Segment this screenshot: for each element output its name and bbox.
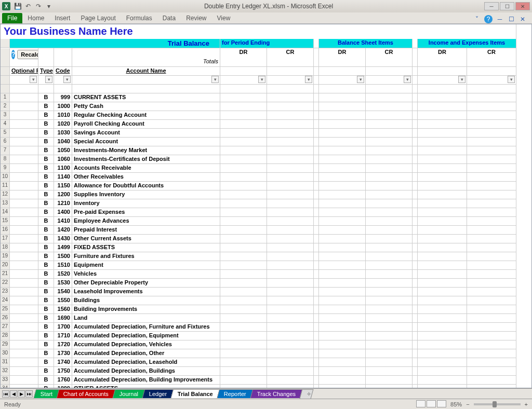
cell-value[interactable]: [467, 155, 516, 164]
cell-value[interactable]: [267, 261, 314, 270]
cell-value[interactable]: [319, 296, 366, 305]
cell-optional-ref[interactable]: [10, 190, 38, 199]
cell-type[interactable]: B: [38, 288, 54, 296]
help-bubble-icon[interactable]: ?: [11, 50, 15, 59]
cell-code[interactable]: 1400: [54, 208, 72, 217]
cell-value[interactable]: [413, 235, 418, 243]
cell-value[interactable]: [314, 93, 319, 102]
cell-optional-ref[interactable]: [10, 376, 38, 385]
cell-type[interactable]: B: [38, 279, 54, 288]
cell-value[interactable]: [314, 358, 319, 367]
cell-value[interactable]: [467, 314, 516, 323]
close-button[interactable]: ✕: [515, 2, 530, 10]
cell-optional-ref[interactable]: [10, 340, 38, 349]
cell-value[interactable]: [267, 279, 314, 288]
cell-type[interactable]: B: [38, 261, 54, 270]
cell-value[interactable]: [413, 111, 418, 120]
cell-value[interactable]: [418, 217, 467, 226]
cell-account-name[interactable]: Accumulated Depreciation, Leasehold: [72, 358, 220, 367]
cell-code[interactable]: 1140: [54, 173, 72, 182]
sheet-tab-trial-balance[interactable]: Trial Balance: [171, 389, 220, 398]
cell-account-name[interactable]: Employee Advances: [72, 217, 220, 226]
ribbon-tab-data[interactable]: Data: [157, 13, 181, 23]
cell-value[interactable]: [267, 288, 314, 296]
cell-account-name[interactable]: Accumulated Depreciation, Furniture and …: [72, 323, 220, 332]
cell-account-name[interactable]: Buildings: [72, 296, 220, 305]
cell-value[interactable]: [319, 279, 366, 288]
cell-account-name[interactable]: Vehicles: [72, 270, 220, 279]
cell-value[interactable]: [413, 199, 418, 208]
cell-type[interactable]: B: [38, 173, 54, 182]
worksheet-area[interactable]: Your Business Name Here Trial Balance fo…: [0, 24, 532, 388]
ribbon-close-icon[interactable]: ✕: [518, 15, 527, 23]
cell-account-name[interactable]: CURRENT ASSETS: [72, 93, 220, 102]
filter-type[interactable]: [38, 76, 54, 85]
cell-account-name[interactable]: Accumulated Depreciation, Equipment: [72, 332, 220, 340]
cell-value[interactable]: [467, 217, 516, 226]
cell-value[interactable]: [267, 164, 314, 173]
cell-value[interactable]: [314, 305, 319, 314]
cell-value[interactable]: [314, 164, 319, 173]
cell-account-name[interactable]: Accumulated Depreciation, Building Impro…: [72, 376, 220, 385]
cell-account-name[interactable]: Inventory: [72, 199, 220, 208]
cell-value[interactable]: [314, 199, 319, 208]
cell-value[interactable]: [467, 199, 516, 208]
undo-icon[interactable]: ↶: [24, 2, 32, 10]
cell-type[interactable]: B: [38, 296, 54, 305]
cell-value[interactable]: [220, 314, 267, 323]
cell-optional-ref[interactable]: [10, 261, 38, 270]
cell-value[interactable]: [467, 243, 516, 252]
cell-value[interactable]: [413, 120, 418, 129]
cell-value[interactable]: [267, 323, 314, 332]
cell-value[interactable]: [220, 173, 267, 182]
cell-value[interactable]: [418, 314, 467, 323]
cell-optional-ref[interactable]: [10, 279, 38, 288]
cell-value[interactable]: [467, 120, 516, 129]
cell-value[interactable]: [366, 146, 413, 155]
cell-value[interactable]: [413, 155, 418, 164]
cell-optional-ref[interactable]: [10, 164, 38, 173]
cell-value[interactable]: [366, 349, 413, 358]
ribbon-tab-view[interactable]: View: [212, 13, 236, 23]
cell-code[interactable]: 1520: [54, 270, 72, 279]
cell-value[interactable]: [314, 146, 319, 155]
cell-value[interactable]: [418, 358, 467, 367]
cell-value[interactable]: [319, 243, 366, 252]
cell-type[interactable]: B: [38, 305, 54, 314]
cell-value[interactable]: [467, 226, 516, 235]
cell-value[interactable]: [418, 190, 467, 199]
cell-value[interactable]: [267, 243, 314, 252]
cell-value[interactable]: [467, 182, 516, 190]
cell-code[interactable]: 1740: [54, 358, 72, 367]
cell-value[interactable]: [467, 190, 516, 199]
cell-value[interactable]: [314, 102, 319, 111]
cell-value[interactable]: [314, 217, 319, 226]
cell-value[interactable]: [267, 190, 314, 199]
cell-value[interactable]: [314, 190, 319, 199]
cell-account-name[interactable]: Special Account: [72, 138, 220, 146]
cell-value[interactable]: [267, 138, 314, 146]
cell-optional-ref[interactable]: [10, 208, 38, 217]
cell-optional-ref[interactable]: [10, 358, 38, 367]
cell-value[interactable]: [467, 323, 516, 332]
cell-value[interactable]: [319, 129, 366, 138]
cell-code[interactable]: 1020: [54, 120, 72, 129]
cell-optional-ref[interactable]: [10, 173, 38, 182]
cell-value[interactable]: [413, 226, 418, 235]
cell-account-name[interactable]: Supplies Inventory: [72, 190, 220, 199]
cell-optional-ref[interactable]: [10, 199, 38, 208]
cell-value[interactable]: [314, 155, 319, 164]
cell-optional-ref[interactable]: [10, 235, 38, 243]
cell-code[interactable]: 1060: [54, 155, 72, 164]
cell-value[interactable]: [319, 182, 366, 190]
cell-value[interactable]: [418, 243, 467, 252]
cell-value[interactable]: [413, 182, 418, 190]
cell-value[interactable]: [467, 146, 516, 155]
cell-value[interactable]: [418, 111, 467, 120]
cell-value[interactable]: [413, 376, 418, 385]
cell-type[interactable]: B: [38, 252, 54, 261]
cell-type[interactable]: B: [38, 340, 54, 349]
zoom-in-icon[interactable]: +: [525, 401, 528, 407]
cell-value[interactable]: [366, 93, 413, 102]
cell-value[interactable]: [413, 102, 418, 111]
